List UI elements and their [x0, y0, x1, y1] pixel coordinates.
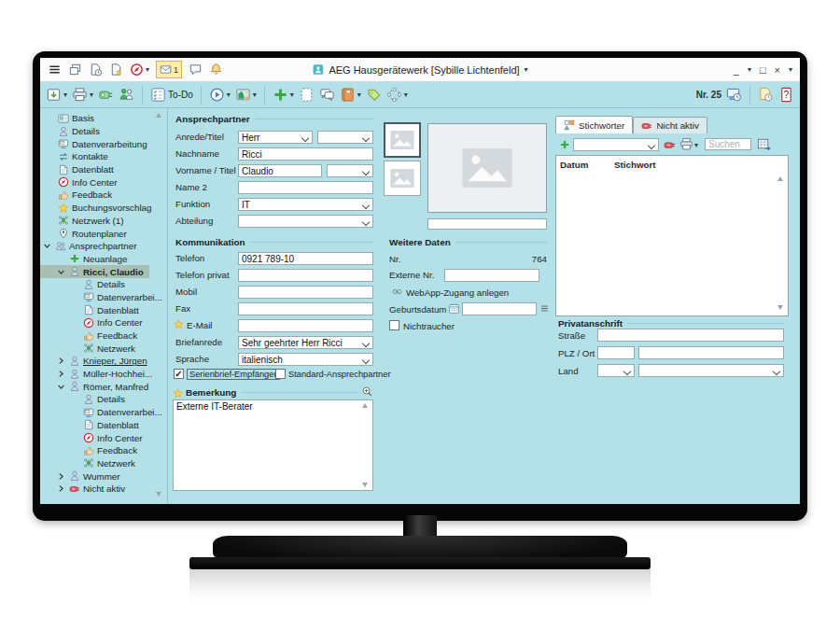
- photo-thumbnail-1[interactable]: [384, 122, 421, 158]
- ort-input[interactable]: [638, 346, 784, 359]
- land-select[interactable]: [638, 364, 784, 377]
- history-icon[interactable]: [758, 87, 774, 103]
- tree-item-info-center[interactable]: Info Center: [40, 431, 147, 444]
- info-center-button[interactable]: ▾: [130, 63, 149, 77]
- chevron-down-icon[interactable]: [57, 383, 65, 391]
- connector-icon[interactable]: [98, 87, 114, 103]
- tree-item-knieper-jürgen[interactable]: Knieper, Jürgen: [40, 355, 153, 368]
- tree-item-feedback[interactable]: Feedback: [40, 329, 143, 343]
- telefon-input[interactable]: [238, 252, 373, 265]
- tree-item-römer-manfred[interactable]: Römer, Manfred: [40, 380, 154, 393]
- webapp-link[interactable]: WebApp-Zugang anlegen: [406, 287, 509, 298]
- todo-button[interactable]: To-Do: [150, 87, 193, 103]
- windows-icon[interactable]: [68, 63, 82, 77]
- chevron-right-icon[interactable]: [57, 357, 65, 365]
- titel2-select[interactable]: [327, 164, 373, 177]
- tree-item-netzwerk-1[interactable]: Netzwerk (1): [40, 215, 130, 228]
- tree-item-netzwerk[interactable]: Netzwerk: [40, 342, 141, 355]
- photo-thumbnail-2[interactable]: [384, 161, 421, 196]
- tree-item-feedback[interactable]: Feedback: [40, 444, 143, 457]
- start-button[interactable]: ▾: [209, 87, 231, 103]
- print-button[interactable]: ▾: [72, 87, 93, 103]
- vorname-input[interactable]: [238, 164, 322, 177]
- webapp-link-icon[interactable]: [391, 286, 403, 298]
- tree-item-ricci-claudio[interactable]: Ricci, Claudio: [40, 265, 149, 278]
- search-input[interactable]: [705, 138, 751, 150]
- tree-item-details[interactable]: Details: [40, 125, 105, 138]
- keyword-select[interactable]: [573, 138, 659, 151]
- telefon-privat-input[interactable]: [238, 269, 373, 282]
- contacts-icon[interactable]: [119, 87, 134, 103]
- tag-icon[interactable]: [366, 87, 382, 103]
- geburtsdatum-input[interactable]: [462, 302, 537, 315]
- bemerkung-scroll-down-icon[interactable]: [362, 483, 368, 487]
- tree-item-details[interactable]: Details: [40, 278, 131, 291]
- minimize-caret[interactable]: ▾: [748, 66, 751, 74]
- monitor-clock-icon[interactable]: [726, 87, 742, 103]
- mobil-input[interactable]: [238, 286, 373, 299]
- tree-item-basis[interactable]: Basis: [40, 112, 100, 125]
- name2-input[interactable]: [238, 181, 373, 194]
- sprache-select[interactable]: italienisch: [238, 353, 373, 366]
- titel-select[interactable]: [317, 131, 373, 144]
- tree-item-datenverarbei[interactable]: Datenverarbei...: [40, 406, 168, 419]
- tree-item-datenblatt[interactable]: Datenblatt: [40, 303, 145, 316]
- tab-stichwoerter[interactable]: Stichwörter: [555, 116, 633, 133]
- strasse-input[interactable]: [597, 329, 784, 342]
- chevron-right-icon[interactable]: [57, 370, 65, 378]
- title-menu-caret[interactable]: ▾: [525, 66, 528, 74]
- tree-item-neuanlage[interactable]: Neuanlage: [40, 253, 133, 266]
- close-caret[interactable]: ▾: [789, 66, 792, 74]
- address-book-button[interactable]: ▾: [340, 87, 361, 103]
- bemerkung-textarea[interactable]: Externe IT-Berater: [173, 399, 373, 491]
- menu-icon[interactable]: [48, 63, 62, 77]
- funktion-select[interactable]: IT: [238, 198, 373, 211]
- chevron-right-icon[interactable]: [57, 472, 65, 481]
- plz-input[interactable]: [597, 346, 635, 359]
- email-input[interactable]: [238, 319, 373, 332]
- tab-nicht-aktiv[interactable]: Nicht aktiv: [633, 117, 707, 133]
- options-lines-icon[interactable]: [539, 303, 550, 314]
- favorites-icon[interactable]: [109, 63, 123, 77]
- tree-item-feedback[interactable]: Feedback: [40, 189, 118, 202]
- chevron-down-icon[interactable]: [43, 242, 51, 250]
- tree-item-datenverarbeitung[interactable]: Datenverarbeitung: [40, 137, 153, 150]
- land-code-select[interactable]: [597, 364, 635, 377]
- favorite-star-icon[interactable]: [174, 319, 184, 329]
- deactivate-keyword-icon[interactable]: [664, 139, 676, 151]
- list-scroll-down-icon[interactable]: [777, 305, 783, 310]
- tree-item-müller-hochhei[interactable]: Müller-Hochhei...: [40, 368, 158, 381]
- chevron-down-icon[interactable]: [57, 268, 65, 276]
- abteilung-select[interactable]: [238, 215, 373, 228]
- save-button[interactable]: ▾: [46, 87, 67, 103]
- tree-item-wummer[interactable]: Wummer: [40, 469, 126, 483]
- notifications-icon[interactable]: [209, 63, 223, 77]
- table-export-icon[interactable]: [757, 137, 771, 151]
- help-icon[interactable]: [778, 87, 794, 103]
- chat-icon[interactable]: [189, 63, 203, 77]
- tree-item-nicht-aktiv[interactable]: Nicht aktiv: [40, 483, 131, 496]
- tree-item-info-center[interactable]: Info Center: [40, 316, 147, 329]
- tree-item-netzwerk[interactable]: Netzwerk: [40, 457, 141, 470]
- anrede-select[interactable]: Herr: [238, 131, 313, 144]
- tree-item-details[interactable]: Details: [40, 393, 131, 406]
- nachname-input[interactable]: [238, 147, 373, 161]
- chevron-right-icon[interactable]: [57, 484, 65, 493]
- image-button[interactable]: ▾: [235, 87, 257, 103]
- close-button[interactable]: ×: [775, 64, 780, 76]
- print-keywords-icon[interactable]: [679, 137, 693, 151]
- add-keyword-icon[interactable]: [559, 139, 570, 150]
- tree-item-datenblatt[interactable]: Datenblatt: [40, 419, 145, 432]
- briefanrede-select[interactable]: Sehr geehrter Herr Ricci: [238, 336, 373, 349]
- network-button[interactable]: ▾: [386, 87, 408, 103]
- standard-checkbox[interactable]: [275, 369, 286, 379]
- recent-documents-icon[interactable]: [89, 63, 103, 77]
- magnifier-icon[interactable]: [361, 385, 373, 398]
- calendar-icon[interactable]: [448, 302, 460, 315]
- serienbrief-checkbox[interactable]: ✓: [174, 369, 184, 379]
- bemerkung-scroll-up-icon[interactable]: [362, 403, 368, 408]
- minimize-button[interactable]: _: [734, 64, 739, 76]
- new-record-button[interactable]: ▾: [273, 87, 294, 103]
- new-blank-icon[interactable]: [299, 87, 315, 103]
- maximize-button[interactable]: □: [760, 64, 766, 76]
